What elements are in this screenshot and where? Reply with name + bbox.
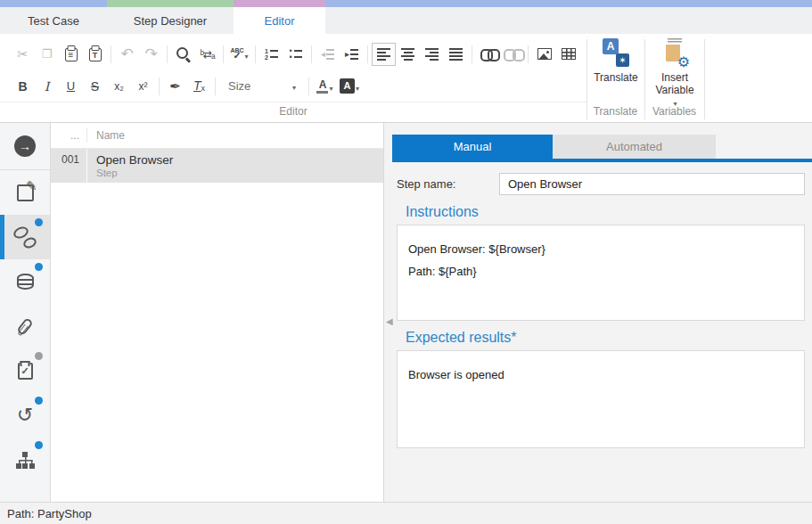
toolbar-divider xyxy=(255,45,256,63)
justify-icon xyxy=(449,48,463,61)
format-painter-button[interactable] xyxy=(163,75,187,98)
sidebar-item-history[interactable] xyxy=(0,393,50,438)
detail-tab-manual[interactable]: Manual xyxy=(392,135,553,159)
tab-editor[interactable]: Editor xyxy=(234,0,325,34)
clip-icon xyxy=(16,316,34,335)
step-name-label: Step name: xyxy=(397,177,499,191)
insert-image-icon xyxy=(537,48,552,60)
numbered-list-icon xyxy=(265,48,278,61)
bold-button[interactable] xyxy=(11,75,35,98)
notification-badge xyxy=(35,218,43,226)
tab-test-case[interactable]: Test Case xyxy=(0,0,107,34)
redo-button xyxy=(139,43,163,66)
sidebar-item-navigate[interactable] xyxy=(0,123,50,169)
replace-icon xyxy=(200,49,214,60)
text-line: Open Browser: ${Browser} xyxy=(408,242,793,256)
notification-badge xyxy=(35,352,43,360)
tab-step-designer[interactable]: Step Designer xyxy=(107,0,234,34)
paste-text-button[interactable] xyxy=(83,43,107,66)
toolbar-divider xyxy=(111,45,111,63)
step-detail-panel: ManualAutomated Step name: InstructionsO… xyxy=(383,123,812,502)
highlight-color-button[interactable] xyxy=(337,75,362,98)
notification-badge xyxy=(35,263,43,271)
strikethrough-icon xyxy=(91,80,99,93)
section-title: Instructions xyxy=(406,204,805,220)
collapse-panel-handle[interactable] xyxy=(386,312,393,328)
search-icon xyxy=(176,46,191,61)
toolbar-divider xyxy=(215,78,216,95)
expected-results-textbox[interactable]: Browser is opened xyxy=(397,350,805,448)
clear-format-button[interactable] xyxy=(187,75,211,98)
detail-tab-underline xyxy=(392,159,812,162)
font-size-label: Size xyxy=(228,79,250,93)
copy-button xyxy=(35,43,59,66)
underline-icon xyxy=(67,80,75,92)
toolbar-divider xyxy=(159,78,160,95)
italic-button[interactable] xyxy=(35,75,59,98)
instructions-textbox[interactable]: Open Browser: ${Browser}Path: ${Path} xyxy=(397,225,805,321)
sidebar-item-steps[interactable] xyxy=(0,215,50,259)
font-color-icon xyxy=(316,79,328,94)
bullet-list-icon xyxy=(289,48,301,61)
numbered-list-button[interactable] xyxy=(259,43,283,66)
detail-tab-automated[interactable]: Automated xyxy=(553,135,716,159)
sidebar-item-data[interactable] xyxy=(0,259,50,304)
insert-variable-button[interactable]: Insert Variable xyxy=(645,38,704,109)
search-button[interactable] xyxy=(171,43,195,66)
clear-format-icon xyxy=(193,79,205,93)
insert-image-button[interactable] xyxy=(532,43,556,66)
translate-button[interactable]: Translate xyxy=(588,38,644,84)
step-number: 001 xyxy=(51,149,87,183)
sidebar-item-edit[interactable] xyxy=(0,170,50,215)
sidebar-item-checklist[interactable] xyxy=(0,348,50,393)
font-size-dropdown[interactable]: Size xyxy=(223,76,301,97)
subscript-button[interactable] xyxy=(107,75,131,98)
bullet-list-button[interactable] xyxy=(283,43,308,66)
toolbar-divider xyxy=(311,45,312,63)
toolbar-row-1 xyxy=(11,42,580,66)
step-list-panel: ... Name 001Open BrowserStep xyxy=(51,123,383,502)
link-button[interactable] xyxy=(476,43,500,66)
highlight-color-icon xyxy=(340,78,355,94)
text-line: Browser is opened xyxy=(408,368,793,381)
insert-table-icon xyxy=(562,48,576,60)
tab-color-strip xyxy=(234,0,325,7)
paste-text-icon xyxy=(89,48,102,61)
indent-icon xyxy=(345,49,358,60)
replace-button[interactable] xyxy=(195,43,219,66)
tab-label: Editor xyxy=(265,14,295,28)
unlink-icon xyxy=(504,49,521,59)
handle-column-header: ... xyxy=(51,128,87,143)
section-instructions: InstructionsOpen Browser: ${Browser}Path… xyxy=(397,204,805,321)
underline-button[interactable] xyxy=(59,75,83,98)
chevron-down-icon xyxy=(329,78,332,94)
align-left-button[interactable] xyxy=(372,43,396,66)
detail-sections: InstructionsOpen Browser: ${Browser}Path… xyxy=(384,204,812,448)
superscript-button[interactable] xyxy=(131,75,155,98)
status-bar: Path: PartyShop xyxy=(0,502,812,524)
insert-variable-button-label: Insert Variable xyxy=(645,71,704,96)
strikethrough-button[interactable] xyxy=(83,75,107,98)
check-icon xyxy=(18,363,33,380)
status-path-text: Path: PartyShop xyxy=(7,507,92,520)
step-subtitle: Step xyxy=(96,168,173,178)
notification-badge xyxy=(35,397,43,405)
insert-table-button[interactable] xyxy=(556,43,580,66)
translate-icon xyxy=(601,38,631,67)
chevron-down-icon xyxy=(356,78,359,94)
paste-button[interactable] xyxy=(59,43,83,66)
sidebar-item-hierarchy[interactable] xyxy=(0,438,50,482)
step-title: Open Browser xyxy=(96,153,173,167)
align-center-button[interactable] xyxy=(396,43,420,66)
detail-tab-bar: ManualAutomated xyxy=(392,135,812,159)
sidebar-item-attachments[interactable] xyxy=(0,304,50,348)
align-right-button[interactable] xyxy=(420,43,444,66)
font-color-button[interactable] xyxy=(313,75,337,98)
step-list-row[interactable]: 001Open BrowserStep xyxy=(51,149,383,183)
step-name-input[interactable] xyxy=(499,173,805,195)
spellcheck-button[interactable] xyxy=(227,43,251,66)
db-icon xyxy=(17,274,34,290)
indent-button[interactable] xyxy=(340,43,364,66)
copy-icon xyxy=(42,48,53,60)
justify-button[interactable] xyxy=(444,43,468,66)
